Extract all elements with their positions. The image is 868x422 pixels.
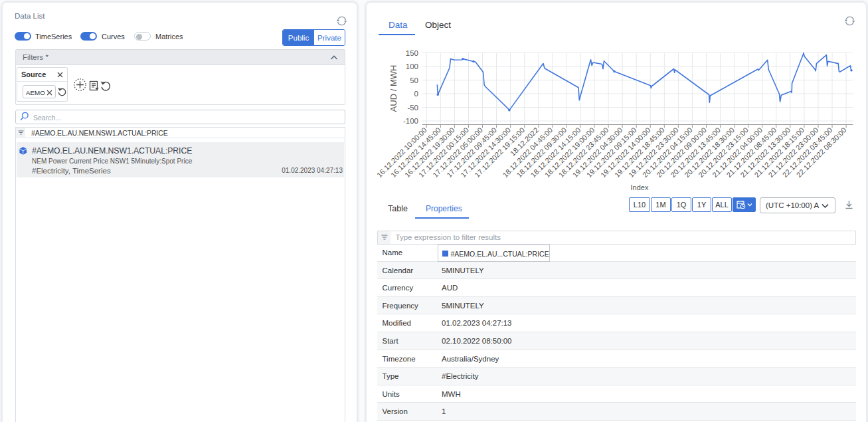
svg-text:150: 150 bbox=[406, 49, 418, 57]
svg-text:Index: Index bbox=[631, 183, 649, 191]
svg-text:-50: -50 bbox=[407, 104, 418, 112]
svg-text:-100: -100 bbox=[403, 117, 418, 125]
svg-text:0: 0 bbox=[414, 90, 418, 98]
svg-text:100: 100 bbox=[406, 62, 418, 70]
svg-text:AUD / MWH: AUD / MWH bbox=[389, 65, 398, 112]
svg-text:50: 50 bbox=[410, 76, 418, 84]
